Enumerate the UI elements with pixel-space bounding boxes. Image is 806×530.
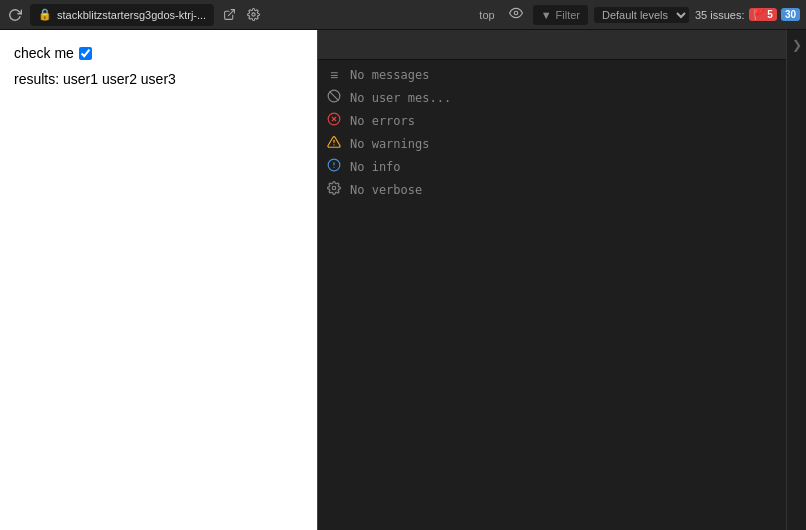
console-item-messages[interactable]: ≡ No messages — [318, 64, 786, 86]
info-icon — [326, 158, 342, 175]
svg-line-0 — [228, 10, 234, 16]
info-label: No info — [350, 160, 401, 174]
filter-icon: ▼ — [541, 9, 552, 21]
console-item-errors[interactable]: No errors — [318, 109, 786, 132]
filter-label: Filter — [556, 9, 580, 21]
check-row: check me — [14, 42, 303, 64]
svg-point-13 — [332, 186, 336, 190]
url-bar[interactable]: 🔒 stackblitzstartersg3gdos-ktrj-... — [30, 4, 214, 26]
svg-line-4 — [330, 92, 338, 100]
verbose-icon — [326, 181, 342, 198]
refresh-button[interactable] — [6, 6, 24, 24]
verbose-label: No verbose — [350, 183, 422, 197]
messages-label: No messages — [350, 68, 429, 82]
external-link-button[interactable] — [220, 6, 238, 24]
eye-button[interactable] — [505, 4, 527, 25]
warnings-icon — [326, 135, 342, 152]
main-area: check me results: user1 user2 user3 ≡ No… — [0, 30, 806, 530]
devtools-toolbar — [318, 30, 786, 60]
red-badge: 🚩 5 — [749, 8, 777, 21]
expand-icon[interactable]: ❯ — [792, 38, 802, 52]
svg-point-1 — [252, 13, 255, 16]
check-me-checkbox[interactable] — [79, 47, 92, 60]
top-bar: 🔒 stackblitzstartersg3gdos-ktrj-... top — [0, 0, 806, 30]
console-messages: ≡ No messages No user mes... — [318, 60, 786, 530]
level-select[interactable]: Default levels — [594, 7, 689, 23]
right-panel: ❯ — [786, 30, 806, 530]
console-item-info[interactable]: No info — [318, 155, 786, 178]
errors-icon — [326, 112, 342, 129]
user-messages-label: No user mes... — [350, 91, 451, 105]
top-bar-right: top ▼ Filter Default levels 35 issues: 🚩… — [475, 4, 800, 25]
devtools-pane: ≡ No messages No user mes... — [318, 30, 786, 530]
issues-badge: 35 issues: 🚩 5 30 — [695, 8, 800, 21]
issues-count-label: 35 issues: — [695, 9, 745, 21]
console-item-user-messages[interactable]: No user mes... — [318, 86, 786, 109]
svg-point-2 — [514, 11, 518, 15]
preview-pane: check me results: user1 user2 user3 — [0, 30, 318, 530]
warnings-label: No warnings — [350, 137, 429, 151]
browser-controls: 🔒 stackblitzstartersg3gdos-ktrj-... — [6, 4, 262, 26]
check-label: check me — [14, 42, 74, 64]
lock-icon: 🔒 — [38, 8, 52, 21]
results-text: results: user1 user2 user3 — [14, 71, 176, 87]
errors-label: No errors — [350, 114, 415, 128]
url-text: stackblitzstartersg3gdos-ktrj-... — [57, 9, 206, 21]
top-dropdown[interactable]: top — [475, 7, 498, 23]
user-messages-icon — [326, 89, 342, 106]
messages-icon: ≡ — [326, 67, 342, 83]
filter-bar[interactable]: ▼ Filter — [533, 5, 588, 25]
console-item-warnings[interactable]: No warnings — [318, 132, 786, 155]
blue-badge: 30 — [781, 8, 800, 21]
settings-button[interactable] — [244, 6, 262, 24]
console-item-verbose[interactable]: No verbose — [318, 178, 786, 201]
